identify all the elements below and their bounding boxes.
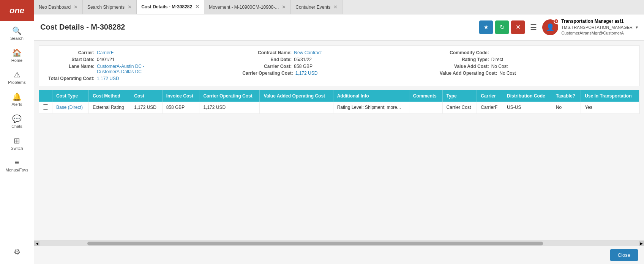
col-carrier-operating-cost: Carrier Operating Cost: [199, 90, 260, 102]
alerts-icon: 🔔: [12, 92, 22, 101]
contract-name-value[interactable]: New Contract: [294, 50, 322, 55]
sidebar-item-menus[interactable]: ≡ Menus/Favs: [0, 154, 34, 176]
rating-type-label: Rating Type:: [440, 57, 489, 62]
col-invoice-cost: Invoice Cost: [162, 90, 199, 102]
sidebar-label-switch: Switch: [11, 146, 23, 151]
carrier-cost-row: Carrier Cost: 858 GBP: [242, 64, 436, 69]
cell-distribution-code: US-US: [503, 102, 552, 114]
main-content: Neo Dashboard ✕ Search Shipments ✕ Cost …: [34, 0, 644, 264]
sidebar-item-problems[interactable]: ⚠ Problems: [0, 66, 34, 88]
col-distribution-code: Distribution Code: [503, 90, 552, 102]
total-operating-cost-row: Total Operating Cost: 1,172 USD: [45, 76, 238, 81]
app-logo[interactable]: one: [0, 0, 34, 21]
tab-bar: Neo Dashboard ✕ Search Shipments ✕ Cost …: [34, 0, 644, 14]
user-info: Transportation Manager asf1 TMS.TRANSPOR…: [561, 18, 633, 36]
tab-movement[interactable]: Movement - M-10900CM-10900-... ✕: [204, 0, 291, 14]
total-operating-cost-label: Total Operating Cost:: [45, 76, 95, 81]
cell-cost: 1,172 USD: [130, 102, 162, 114]
cell-carrier-operating-cost: 1,172 USD: [199, 102, 260, 114]
col-value-added-operating-cost: Value Added Operating Cost: [260, 90, 333, 102]
sidebar-label-problems: Problems: [8, 80, 25, 85]
total-operating-cost-value: 1,172 USD: [97, 76, 119, 81]
tab-cost-details[interactable]: Cost Details - M-308282 ✕: [137, 0, 204, 14]
tab-neo-dashboard[interactable]: Neo Dashboard ✕: [34, 0, 83, 14]
scroll-left-arrow[interactable]: ◀: [34, 241, 39, 246]
tab-label-movement: Movement - M-10900CM-10900-...: [209, 5, 279, 10]
sidebar-item-alerts[interactable]: 🔔 Alerts: [0, 88, 34, 110]
cost-table-wrapper: Cost Type Cost Method Cost Invoice Cost …: [39, 90, 639, 114]
content-body: Carrier: CarrierF Start Date: 04/01/21 L…: [34, 41, 644, 240]
user-profile: 👤 Transportation Manager asf1 TMS.TRANSP…: [542, 18, 638, 36]
cell-value-added-operating-cost: [260, 102, 333, 114]
menus-icon: ≡: [15, 158, 19, 167]
cost-table: Cost Type Cost Method Cost Invoice Cost …: [39, 90, 639, 114]
horizontal-scrollbar[interactable]: ◀ ▶: [34, 240, 644, 246]
tab-close-search-shipments[interactable]: ✕: [128, 4, 132, 10]
start-date-value: 04/01/21: [97, 57, 115, 62]
value-add-cost-row: Value Add Cost: No Cost: [440, 64, 633, 69]
tab-close-neo-dashboard[interactable]: ✕: [74, 4, 78, 10]
user-name: Transportation Manager asf1: [561, 18, 633, 25]
rating-type-value: Direct: [491, 57, 503, 62]
value-add-cost-value: No Cost: [491, 64, 508, 69]
close-button[interactable]: ✕: [511, 20, 525, 34]
home-icon: 🏠: [12, 48, 22, 57]
sidebar-item-chats[interactable]: 💬 Chats: [0, 110, 34, 132]
cell-additional-info: Rating Level: Shipment; more...: [333, 102, 409, 114]
lane-name-row: Lane Name: CustomerA-Austin DC - Custome…: [45, 64, 238, 74]
tab-label-cost-details: Cost Details - M-308282: [141, 4, 192, 9]
col-taxable: Taxable?: [552, 90, 581, 102]
sidebar-item-search[interactable]: 🔍 Search: [0, 22, 34, 44]
lane-name-label: Lane Name:: [45, 64, 95, 69]
carrier-operating-cost-value: 1,172 USD: [295, 71, 318, 76]
col-use-in-transportation: Use In Transportation: [581, 90, 639, 102]
scroll-thumb[interactable]: [87, 242, 543, 245]
sidebar-item-switch[interactable]: ⊞ Switch: [0, 132, 34, 154]
favorite-button[interactable]: ★: [479, 20, 493, 34]
sidebar-item-settings[interactable]: ⚙: [14, 244, 21, 261]
sidebar-label-alerts: Alerts: [11, 102, 22, 107]
tab-close-movement[interactable]: ✕: [282, 4, 286, 10]
sidebar-item-home[interactable]: 🏠 Home: [0, 44, 34, 66]
col-comments: Comments: [409, 90, 442, 102]
tab-search-shipments[interactable]: Search Shipments ✕: [83, 0, 137, 14]
sidebar: one 🔍 Search 🏠 Home ⚠ Problems 🔔 Alerts …: [0, 0, 34, 264]
lane-name-value[interactable]: CustomerA-Austin DC - CustomerA-Dallas D…: [97, 64, 144, 74]
refresh-button[interactable]: ↻: [495, 20, 509, 34]
carrier-row: Carrier: CarrierF: [45, 50, 238, 55]
avatar-badge: [554, 19, 559, 24]
value-add-cost-label: Value Add Cost:: [440, 64, 489, 69]
col-cost-method: Cost Method: [89, 90, 130, 102]
search-icon: 🔍: [12, 26, 22, 35]
tab-container-events[interactable]: Container Events ✕: [291, 0, 343, 14]
col-carrier: Carrier: [477, 90, 503, 102]
tab-close-cost-details[interactable]: ✕: [195, 4, 199, 9]
carrier-operating-cost-row: Carrier Operating Cost: 1,172 USD: [242, 71, 436, 76]
sidebar-label-home: Home: [11, 58, 22, 63]
tab-label-search-shipments: Search Shipments: [87, 5, 125, 10]
chats-icon: 💬: [12, 114, 22, 123]
cell-cost-type: Base (Direct): [52, 102, 89, 114]
scroll-right-arrow[interactable]: ▶: [639, 241, 644, 246]
tab-close-container-events[interactable]: ✕: [333, 4, 338, 10]
user-email: CustomerAtransMgr@CustomerA: [561, 30, 633, 36]
table-row[interactable]: Base (Direct) External Rating 1,172 USD …: [39, 102, 639, 114]
settings-icon: ⚙: [14, 247, 21, 256]
table-header-row: Cost Type Cost Method Cost Invoice Cost …: [39, 90, 639, 102]
close-footer-button[interactable]: Close: [610, 249, 638, 261]
sidebar-label-chats: Chats: [11, 124, 22, 129]
problems-icon: ⚠: [14, 70, 21, 79]
col-type: Type: [442, 90, 477, 102]
contract-name-row: Contract Name: New Contract: [242, 50, 436, 55]
menu-button[interactable]: ☰: [530, 23, 537, 32]
info-card: Carrier: CarrierF Start Date: 04/01/21 L…: [39, 45, 639, 86]
carrier-label: Carrier:: [45, 50, 95, 55]
user-role: TMS.TRANSPORTATION_MANAGER: [561, 25, 633, 30]
carrier-value[interactable]: CarrierF: [97, 50, 114, 55]
start-date-label: Start Date:: [45, 57, 95, 62]
carrier-cost-value: 858 GBP: [294, 64, 313, 69]
user-dropdown-arrow[interactable]: ▾: [636, 25, 638, 30]
cell-taxable: No: [552, 102, 581, 114]
footer-bar: Close: [34, 246, 644, 264]
row-checkbox[interactable]: [43, 104, 48, 110]
